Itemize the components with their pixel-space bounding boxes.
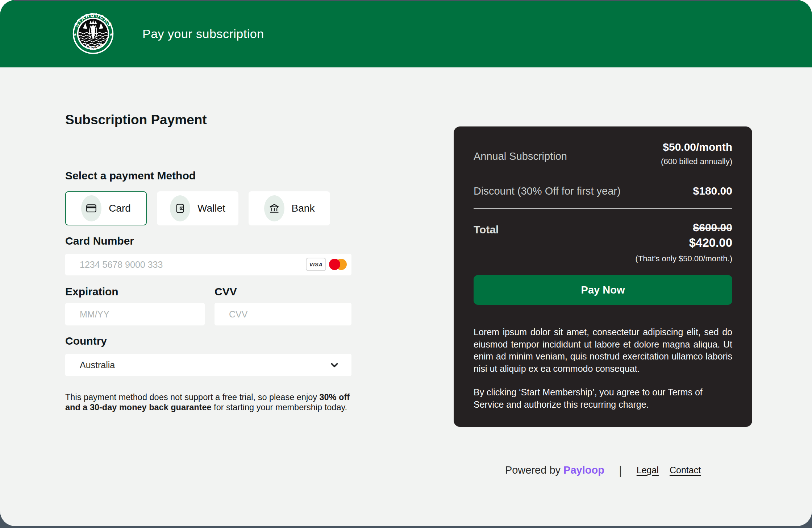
page-title: Pay your subscription: [142, 27, 264, 41]
footer: Powered by Payloop | Legal Contact: [454, 461, 752, 479]
card-icon: [81, 195, 101, 221]
checkout-page: STARBUCKS COFFEE ★ ★: [0, 0, 812, 526]
expiration-field: [65, 303, 205, 325]
chevron-down-icon: [329, 359, 340, 370]
bank-icon: [264, 195, 284, 221]
note-text-before: This payment method does not support a f…: [65, 392, 319, 402]
billed-annually-note: (600 billed annually): [661, 157, 732, 166]
country-selected-value: Australia: [80, 360, 115, 370]
cvv-label: CVV: [215, 286, 237, 298]
powered-by-text: Powered by Payloop: [505, 464, 604, 476]
terms-paragraph: Lorem ipsum dolor sit amet, consectetur …: [474, 326, 732, 375]
payment-method-bank-button[interactable]: Bank: [249, 191, 330, 225]
payment-method-bank-label: Bank: [292, 203, 315, 214]
starbucks-logo: STARBUCKS COFFEE ★ ★: [66, 7, 120, 61]
contact-link[interactable]: Contact: [670, 465, 701, 475]
payment-method-label: Select a payment Method: [65, 170, 196, 182]
monthly-price: $50.00/month: [661, 141, 732, 153]
mastercard-icon: [329, 259, 347, 270]
summary-row-total: Total $600.00 $420.00 (That’s only $50.0…: [474, 221, 732, 263]
wallet-icon: [170, 195, 190, 221]
screen: STARBUCKS COFFEE ★ ★: [0, 0, 812, 528]
agreement-paragraph: By clicking ‘Start Membership’, you agre…: [474, 386, 732, 411]
expiration-label: Expiration: [65, 286, 118, 298]
payment-method-wallet-label: Wallet: [197, 203, 225, 214]
cvv-input[interactable]: [215, 303, 351, 325]
total-discounted-price: $420.00: [636, 236, 732, 250]
total-original-price: $600.00: [636, 221, 732, 234]
section-title: Subscription Payment: [65, 112, 207, 128]
discount-value: $180.00: [693, 185, 732, 197]
total-label: Total: [474, 224, 499, 236]
payment-method-card-button[interactable]: Card: [65, 191, 147, 225]
window-edge-top: [14, 0, 798, 1]
country-label: Country: [65, 335, 107, 347]
note-text-after: for starting your membership today.: [212, 403, 347, 412]
card-number-field: VISA: [65, 254, 351, 275]
logo-star-right: ★: [109, 32, 113, 37]
summary-row-discount: Discount (30% Off for first year) $180.0…: [474, 184, 732, 198]
payment-method-wallet-button[interactable]: Wallet: [157, 191, 238, 225]
summary-row-annual: Annual Subscription $50.00/month (600 bi…: [474, 141, 732, 166]
visa-icon: VISA: [306, 258, 326, 271]
powered-by-label: Powered by: [505, 464, 563, 476]
logo-star-left: ★: [73, 32, 77, 37]
legal-link[interactable]: Legal: [637, 465, 659, 475]
card-number-label: Card Number: [65, 235, 134, 247]
cvv-field: [215, 303, 351, 325]
order-summary-card: Annual Subscription $50.00/month (600 bi…: [454, 126, 752, 427]
free-trial-note: This payment method does not support a f…: [65, 392, 353, 412]
discount-label: Discount (30% Off for first year): [474, 185, 621, 197]
total-per-month-note: (That’s only $50.00/month.): [636, 254, 732, 263]
payloop-brand: Payloop: [563, 464, 604, 476]
summary-divider: [474, 208, 732, 209]
expiration-input[interactable]: [65, 303, 205, 325]
payment-method-options: Card Wallet: [65, 191, 330, 225]
pay-now-button[interactable]: Pay Now: [474, 275, 732, 305]
annual-subscription-label: Annual Subscription: [474, 150, 567, 162]
footer-separator: |: [619, 463, 622, 477]
header: STARBUCKS COFFEE ★ ★: [0, 0, 812, 67]
payment-method-card-label: Card: [109, 203, 131, 214]
country-select[interactable]: Australia: [65, 354, 351, 376]
